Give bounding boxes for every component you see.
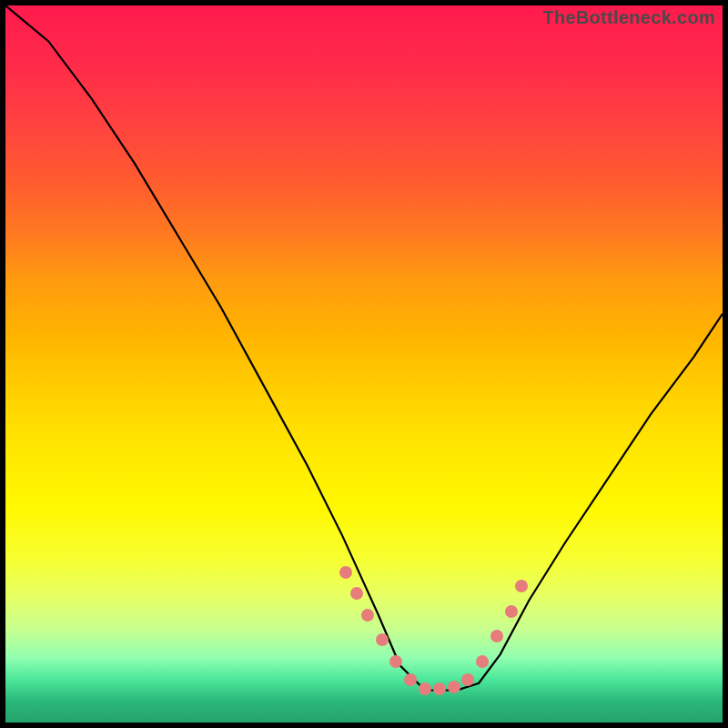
marker-dot <box>339 566 352 579</box>
marker-dot <box>419 682 431 695</box>
marker-dot <box>448 681 460 693</box>
marker-dot <box>376 633 389 646</box>
marker-dot <box>505 605 518 618</box>
marker-dot <box>404 673 417 686</box>
bottleneck-curve <box>5 5 723 691</box>
marker-dot <box>461 673 474 686</box>
marker-dot <box>433 682 446 695</box>
watermark-text: TheBottleneck.com <box>542 7 715 28</box>
chart-frame: TheBottleneck.com <box>0 0 728 728</box>
marker-dot <box>361 609 374 622</box>
marker-dot <box>476 655 489 668</box>
